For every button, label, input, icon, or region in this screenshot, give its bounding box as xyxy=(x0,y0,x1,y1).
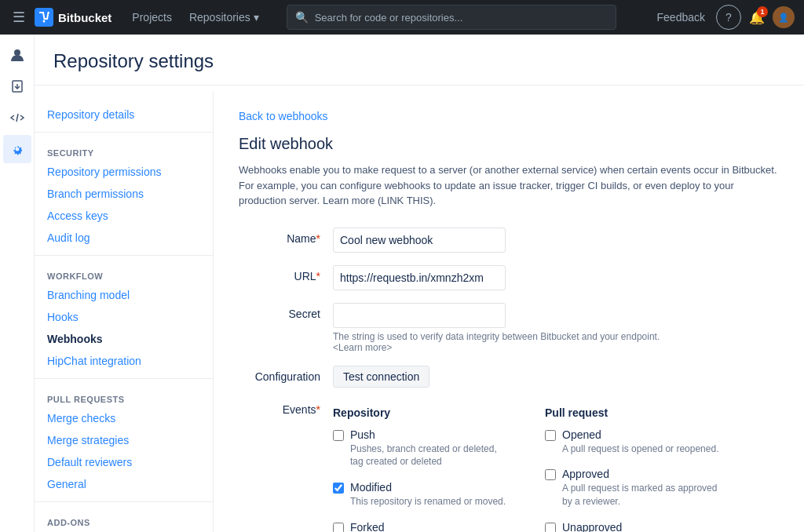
events-label: Events* xyxy=(239,400,333,416)
nav-hipchat[interactable]: HipChat integration xyxy=(35,350,213,372)
nav-section-addons: ADD-ONS xyxy=(35,508,213,530)
repo-events-title: Repository xyxy=(333,406,507,419)
nav-branch-permissions[interactable]: Branch permissions xyxy=(35,183,213,205)
chevron-down-icon: ▾ xyxy=(254,11,259,24)
config-row: Configuration Test connection xyxy=(239,366,779,388)
main-container: Repository settings Repository details S… xyxy=(35,35,804,532)
event-approved: Approved A pull request is marked as app… xyxy=(545,468,719,508)
modified-desc: This repository is renamed or moved. xyxy=(350,495,507,508)
nav-merge-checks[interactable]: Merge checks xyxy=(35,407,213,429)
push-checkbox[interactable] xyxy=(333,430,344,441)
secret-input[interactable] xyxy=(333,303,506,328)
url-label: URL* xyxy=(239,265,333,282)
nav-section-pull-requests: PULL REQUESTS xyxy=(35,385,213,407)
nav-section-security: SECURITY xyxy=(35,139,213,161)
nav-branching-model[interactable]: Branching model xyxy=(35,284,213,306)
nav-projects[interactable]: Projects xyxy=(124,6,180,28)
topnav: ☰ Bitbucket Projects Repositories ▾ 🔍 Se… xyxy=(0,0,804,35)
config-label: Configuration xyxy=(239,366,333,383)
repo-events-col: Repository Push Pushes, branch created o… xyxy=(333,406,507,533)
settings-nav: Repository details SECURITY Repository p… xyxy=(35,91,214,532)
event-modified: Modified This repository is renamed or m… xyxy=(333,481,507,508)
approved-checkbox[interactable] xyxy=(545,469,556,480)
nav-repo-permissions[interactable]: Repository permissions xyxy=(35,161,213,183)
forked-label: Forked xyxy=(350,521,385,532)
opened-desc: A pull request is opened or reopened. xyxy=(562,443,719,456)
section-title: Edit webhook xyxy=(239,135,779,153)
unapproved-label: Unapproved xyxy=(562,521,622,532)
pr-events-col: Pull request Opened A pull request is op… xyxy=(545,406,719,533)
search-placeholder: Search for code or repositories... xyxy=(315,12,463,24)
sidebar-icon-code[interactable] xyxy=(3,104,31,132)
approved-label: Approved xyxy=(562,468,609,480)
nav-webhooks[interactable]: Webhooks xyxy=(35,328,213,350)
help-button[interactable]: ? xyxy=(716,5,741,30)
push-desc: Pushes, branch created or deleted, tag c… xyxy=(350,443,507,469)
secret-row: Secret The string is used to verify data… xyxy=(239,303,779,353)
nav-general[interactable]: General xyxy=(35,473,213,495)
pr-events-title: Pull request xyxy=(545,406,719,419)
test-connection-button[interactable]: Test connection xyxy=(333,366,429,388)
svg-line-4 xyxy=(16,114,18,122)
name-required: * xyxy=(316,232,320,245)
nav-repo-details[interactable]: Repository details xyxy=(35,104,213,126)
page-header: Repository settings xyxy=(35,35,804,86)
main-content: Back to webhooks Edit webhook Webhooks e… xyxy=(214,91,804,532)
push-label: Push xyxy=(350,428,375,441)
nav-access-keys[interactable]: Access keys xyxy=(35,205,213,227)
notifications-button[interactable]: 🔔 1 xyxy=(744,5,769,30)
name-field-group xyxy=(333,228,506,253)
content-area: Repository details SECURITY Repository p… xyxy=(35,91,804,532)
url-field-group xyxy=(333,265,506,290)
topnav-right: Feedback ? 🔔 1 👤 xyxy=(649,5,795,30)
unapproved-checkbox[interactable] xyxy=(545,523,556,532)
sidebar-icon-profile[interactable] xyxy=(3,41,31,69)
approved-desc: A pull request is marked as approved by … xyxy=(562,482,719,508)
feedback-button[interactable]: Feedback xyxy=(649,6,713,28)
forked-checkbox[interactable] xyxy=(333,523,344,532)
name-label: Name* xyxy=(239,228,333,245)
nav-repositories[interactable]: Repositories ▾ xyxy=(181,6,267,28)
url-row: URL* xyxy=(239,265,779,290)
menu-icon[interactable]: ☰ xyxy=(9,5,28,29)
logo[interactable]: Bitbucket xyxy=(35,8,111,27)
modified-label: Modified xyxy=(350,481,392,494)
events-section: Repository Push Pushes, branch created o… xyxy=(333,406,719,533)
nav-section-workflow: WORKFLOW xyxy=(35,262,213,284)
event-opened: Opened A pull request is opened or reope… xyxy=(545,428,719,456)
logo-text: Bitbucket xyxy=(58,11,111,24)
svg-point-1 xyxy=(14,49,20,56)
secret-field-group: The string is used to verify data integr… xyxy=(333,303,663,353)
sidebar-icon-import[interactable] xyxy=(3,72,31,100)
notifications-badge: 1 xyxy=(757,6,768,17)
name-row: Name* xyxy=(239,228,779,253)
opened-label: Opened xyxy=(562,428,601,441)
sidebar-icon-settings[interactable] xyxy=(3,135,31,163)
topnav-nav: Projects Repositories ▾ xyxy=(124,6,266,28)
url-input[interactable] xyxy=(333,265,506,290)
modified-checkbox[interactable] xyxy=(333,483,344,494)
nav-hooks[interactable]: Hooks xyxy=(35,306,213,328)
nav-default-reviewers[interactable]: Default reviewers xyxy=(35,451,213,473)
secret-hint: The string is used to verify data integr… xyxy=(333,331,663,353)
event-push: Push Pushes, branch created or deleted, … xyxy=(333,428,507,469)
search-icon: 🔍 xyxy=(295,11,309,24)
nav-audit-log[interactable]: Audit log xyxy=(35,227,213,249)
nav-merge-strategies[interactable]: Merge strategies xyxy=(35,429,213,451)
event-unapproved: Unapproved A pull request is unapproved … xyxy=(545,521,719,532)
avatar-image: 👤 xyxy=(778,13,789,23)
svg-point-0 xyxy=(43,20,46,23)
avatar[interactable]: 👤 xyxy=(773,6,795,28)
name-input[interactable] xyxy=(333,228,506,253)
section-desc: Webhooks enable you to make request to a… xyxy=(239,162,779,209)
events-required: * xyxy=(316,403,320,416)
url-required: * xyxy=(316,270,320,282)
events-row: Events* Repository Push Pushes, branch c… xyxy=(239,400,779,533)
logo-icon xyxy=(35,8,53,27)
opened-checkbox[interactable] xyxy=(545,430,556,441)
page-title: Repository settings xyxy=(53,50,785,85)
left-sidebar xyxy=(0,35,35,532)
back-link[interactable]: Back to webhooks xyxy=(239,110,328,122)
search-box[interactable]: 🔍 Search for code or repositories... xyxy=(287,5,616,30)
event-forked: Forked When this repository is forked. xyxy=(333,521,507,532)
